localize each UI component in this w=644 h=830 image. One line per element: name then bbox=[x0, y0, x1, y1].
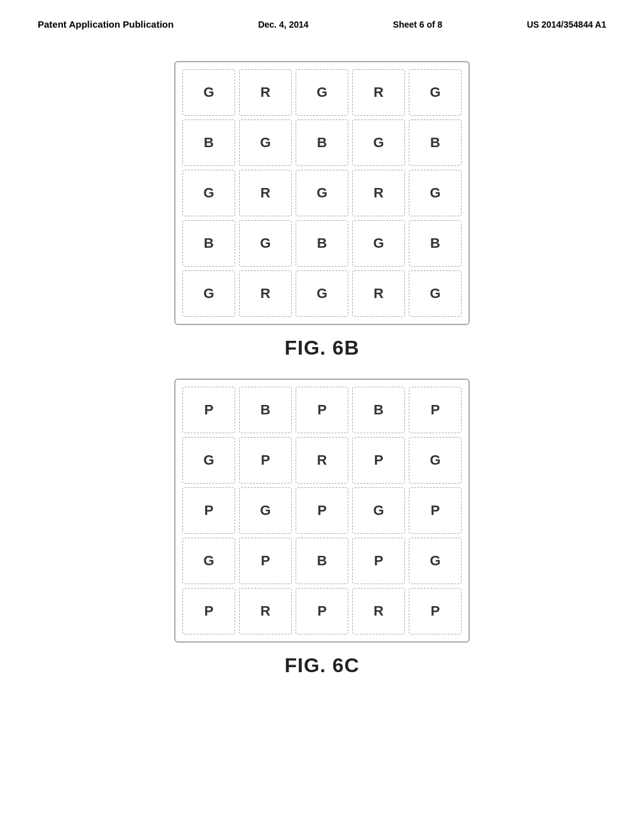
cell-6c-r2-c1: G bbox=[239, 487, 292, 534]
cell-6c-r2-c0: P bbox=[182, 487, 235, 534]
cell-6c-r3-c0: G bbox=[182, 538, 235, 584]
header-sheet: Sheet 6 of 8 bbox=[393, 19, 443, 30]
figure-6c-grid-outer: PBPBPGPRPGPGPGPGPBPGPRPRP bbox=[174, 379, 470, 643]
cell-6b-r3-c3: G bbox=[352, 220, 405, 267]
cell-6c-r0-c4: P bbox=[409, 387, 462, 433]
cell-6c-r3-c2: B bbox=[296, 538, 348, 584]
cell-6b-r4-c4: G bbox=[409, 270, 462, 317]
cell-6c-r2-c2: P bbox=[296, 487, 348, 534]
cell-6c-r4-c4: P bbox=[409, 588, 462, 634]
figure-6c-grid: PBPBPGPRPGPGPGPGPBPGPRPRP bbox=[180, 385, 464, 636]
cell-6b-r3-c1: G bbox=[239, 220, 292, 267]
cell-6b-r3-c2: B bbox=[296, 220, 348, 267]
cell-6c-r0-c1: B bbox=[239, 387, 292, 433]
cell-6c-r3-c3: P bbox=[352, 538, 405, 584]
cell-6b-r0-c4: G bbox=[409, 69, 462, 116]
figure-6b-container: GRGRGBGBGBGRGRGBGBGBGRGRG FIG. 6B bbox=[174, 61, 470, 366]
cell-6b-r2-c4: G bbox=[409, 170, 462, 216]
cell-6b-r4-c3: R bbox=[352, 270, 405, 317]
main-content: GRGRGBGBGBGRGRGBGBGBGRGRG FIG. 6B PBPBPG… bbox=[0, 36, 644, 690]
figure-6b-label: FIG. 6B bbox=[284, 336, 359, 360]
cell-6c-r2-c4: P bbox=[409, 487, 462, 534]
cell-6b-r4-c1: R bbox=[239, 270, 292, 317]
header-patent-number: US 2014/354844 A1 bbox=[527, 19, 606, 30]
cell-6b-r1-c4: B bbox=[409, 119, 462, 166]
cell-6b-r3-c0: B bbox=[182, 220, 235, 267]
figure-6b-grid: GRGRGBGBGBGRGRGBGBGBGRGRG bbox=[180, 67, 464, 319]
cell-6b-r2-c0: G bbox=[182, 170, 235, 216]
figure-6c-label: FIG. 6C bbox=[284, 654, 359, 677]
cell-6c-r3-c1: P bbox=[239, 538, 292, 584]
cell-6b-r1-c1: G bbox=[239, 119, 292, 166]
cell-6b-r1-c0: B bbox=[182, 119, 235, 166]
figure-6b-grid-outer: GRGRGBGBGBGRGRGBGBGBGRGRG bbox=[174, 61, 470, 325]
cell-6b-r2-c1: R bbox=[239, 170, 292, 216]
cell-6b-r0-c2: G bbox=[296, 69, 348, 116]
cell-6b-r1-c3: G bbox=[352, 119, 405, 166]
cell-6c-r1-c0: G bbox=[182, 437, 235, 484]
cell-6c-r4-c0: P bbox=[182, 588, 235, 634]
cell-6c-r1-c2: R bbox=[296, 437, 348, 484]
cell-6c-r0-c3: B bbox=[352, 387, 405, 433]
cell-6b-r1-c2: B bbox=[296, 119, 348, 166]
page-header: Patent Application Publication Dec. 4, 2… bbox=[0, 0, 644, 36]
cell-6b-r0-c0: G bbox=[182, 69, 235, 116]
cell-6b-r3-c4: B bbox=[409, 220, 462, 267]
header-date: Dec. 4, 2014 bbox=[258, 19, 308, 30]
cell-6b-r2-c2: G bbox=[296, 170, 348, 216]
cell-6c-r4-c1: R bbox=[239, 588, 292, 634]
cell-6b-r4-c2: G bbox=[296, 270, 348, 317]
cell-6c-r1-c3: P bbox=[352, 437, 405, 484]
cell-6c-r0-c2: P bbox=[296, 387, 348, 433]
cell-6b-r0-c1: R bbox=[239, 69, 292, 116]
cell-6b-r2-c3: R bbox=[352, 170, 405, 216]
cell-6c-r0-c0: P bbox=[182, 387, 235, 433]
cell-6c-r2-c3: G bbox=[352, 487, 405, 534]
cell-6c-r1-c1: P bbox=[239, 437, 292, 484]
cell-6c-r4-c2: P bbox=[296, 588, 348, 634]
cell-6b-r4-c0: G bbox=[182, 270, 235, 317]
cell-6c-r4-c3: R bbox=[352, 588, 405, 634]
cell-6c-r1-c4: G bbox=[409, 437, 462, 484]
cell-6c-r3-c4: G bbox=[409, 538, 462, 584]
page: Patent Application Publication Dec. 4, 2… bbox=[0, 0, 644, 830]
cell-6b-r0-c3: R bbox=[352, 69, 405, 116]
header-publication-title: Patent Application Publication bbox=[38, 19, 174, 30]
figure-6c-container: PBPBPGPRPGPGPGPGPBPGPRPRP FIG. 6C bbox=[174, 379, 470, 683]
